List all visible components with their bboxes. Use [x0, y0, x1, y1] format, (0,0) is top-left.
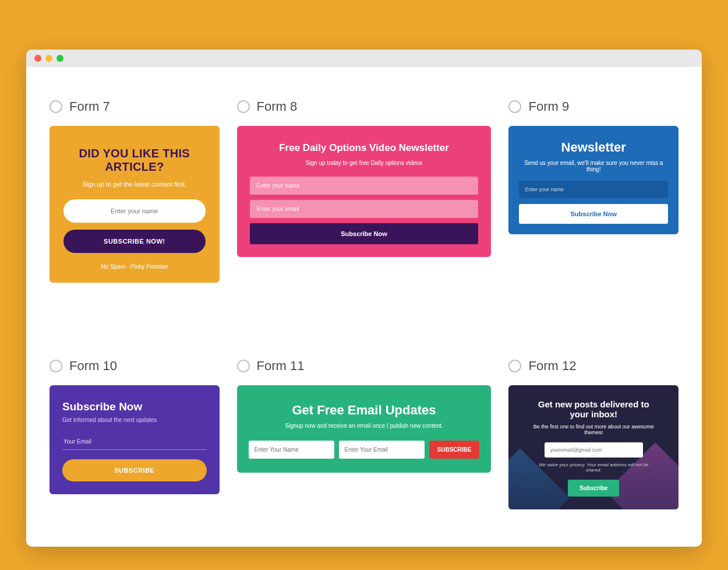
card-header: Form 11 [237, 358, 492, 374]
radio-select-form-8[interactable] [237, 100, 250, 113]
card-header: Form 12 [508, 358, 678, 374]
form-heading: Free Daily Options Video Newsletter [250, 142, 479, 154]
subscribe-button[interactable]: SUBSCRIBE NOW! [63, 230, 206, 253]
form-preview-12: Get new posts delivered to your inbox! B… [508, 385, 678, 509]
form-preview-10: Subscribe Now Get informed about the nex… [50, 385, 220, 494]
form-preview-11: Get Free Email Updates Signup now and re… [237, 385, 492, 473]
subscribe-button[interactable]: Subscribe Now [250, 223, 479, 244]
card-title: Form 12 [528, 358, 576, 374]
form-card-12: Form 12 Get new posts delivered to your … [508, 358, 678, 509]
card-title: Form 7 [69, 99, 110, 114]
name-input[interactable] [519, 181, 668, 198]
form-heading: DID YOU LIKE THIS ARTICLE? [63, 147, 206, 174]
input-row: SUBSCRIBE [249, 441, 480, 459]
form-grid: Form 7 DID YOU LIKE THIS ARTICLE? Sign u… [50, 99, 678, 509]
subscribe-button[interactable]: SUBSCRIBE [429, 441, 480, 459]
form-heading: Get Free Email Updates [249, 403, 480, 418]
form-subtext: Sign up today to get free Daily options … [250, 160, 479, 166]
card-header: Form 9 [508, 99, 678, 114]
card-header: Form 8 [237, 99, 492, 114]
content-area: Form 7 DID YOU LIKE THIS ARTICLE? Sign u… [26, 67, 702, 547]
form-card-7: Form 7 DID YOU LIKE THIS ARTICLE? Sign u… [50, 99, 220, 283]
name-input[interactable] [63, 199, 206, 223]
form-subtext: Be the first one to find out more about … [532, 424, 655, 435]
form-subtext: Sign up to get the latest content first. [63, 181, 206, 188]
browser-window: Form 7 DID YOU LIKE THIS ARTICLE? Sign u… [26, 50, 702, 547]
form-subtext: Signup now and receive an email once I p… [249, 423, 480, 429]
form-subtext: Send us your email, we'll make sure you … [519, 160, 668, 173]
minimize-icon[interactable] [45, 55, 52, 62]
subscribe-button[interactable]: Subscribe [568, 480, 619, 497]
radio-select-form-10[interactable] [50, 360, 62, 372]
card-title: Form 9 [528, 99, 569, 114]
name-input[interactable] [249, 441, 334, 459]
form-card-10: Form 10 Subscribe Now Get informed about… [50, 358, 220, 509]
radio-select-form-11[interactable] [237, 360, 250, 372]
radio-select-form-9[interactable] [508, 100, 521, 113]
privacy-note: We value your privacy. Your email addres… [532, 462, 655, 473]
close-icon[interactable] [34, 55, 41, 62]
card-header: Form 10 [50, 358, 220, 374]
radio-select-form-12[interactable] [508, 360, 521, 372]
email-input[interactable] [62, 434, 207, 450]
form-preview-9: Newsletter Send us your email, we'll mak… [508, 126, 678, 234]
window-title-bar [26, 50, 702, 67]
form-heading: Newsletter [519, 140, 668, 155]
name-input[interactable] [250, 177, 479, 195]
card-title: Form 11 [257, 358, 305, 374]
form-subtext: Get informed about the next updates [62, 417, 207, 423]
form-card-8: Form 8 Free Daily Options Video Newslett… [237, 99, 492, 283]
form-card-11: Form 11 Get Free Email Updates Signup no… [237, 358, 492, 509]
subscribe-button[interactable]: SUBSCRIBE [62, 459, 207, 481]
form-card-9: Form 9 Newsletter Send us your email, we… [508, 99, 678, 283]
email-input[interactable] [250, 200, 479, 218]
form-preview-7: DID YOU LIKE THIS ARTICLE? Sign up to ge… [50, 126, 220, 283]
form-heading: Get new posts delivered to your inbox! [532, 399, 655, 419]
form-preview-8: Free Daily Options Video Newsletter Sign… [237, 126, 492, 257]
radio-select-form-7[interactable] [50, 100, 62, 113]
form-heading: Subscribe Now [62, 400, 207, 413]
card-header: Form 7 [50, 99, 220, 114]
card-title: Form 8 [257, 99, 298, 114]
card-title: Form 10 [69, 358, 117, 374]
email-input[interactable] [545, 442, 643, 458]
form-footer-note: No Spam - Pinky Promise [63, 263, 206, 270]
maximize-icon[interactable] [56, 55, 63, 62]
subscribe-button[interactable]: Subscribe Now [519, 204, 668, 224]
email-input[interactable] [339, 441, 425, 459]
